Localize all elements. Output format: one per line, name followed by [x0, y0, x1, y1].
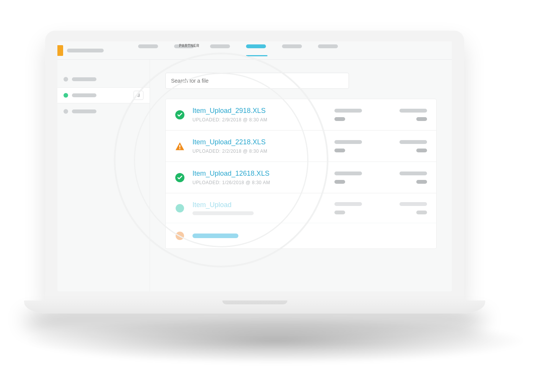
main-panel: Item_Upload_2918.XLS UPLOADED: 2/9/2018 … [150, 60, 452, 291]
tab-4-active[interactable] [246, 44, 267, 56]
file-col-b [399, 140, 427, 152]
file-meta: UPLOADED: 2/2/2018 @ 8:30 AM [192, 149, 327, 154]
sidebar-item-label [72, 109, 96, 113]
content-body: 3 [57, 60, 452, 291]
brand-area [67, 49, 117, 52]
pending-dot-icon [175, 231, 185, 241]
file-name: Item_Upload [192, 201, 327, 209]
check-circle-icon [175, 110, 185, 120]
tab-1[interactable] [138, 44, 160, 56]
file-meta: UPLOADED: 2/9/2018 @ 8:30 AM [192, 117, 327, 122]
file-row[interactable]: Item_Upload_12618.XLS UPLOADED: 1/26/201… [166, 162, 436, 193]
file-meta [192, 211, 327, 215]
file-row[interactable]: Item_Upload [166, 193, 436, 223]
file-col-b [399, 109, 427, 121]
file-row[interactable]: Item_Upload_2218.XLS UPLOADED: 2/2/2018 … [166, 131, 436, 162]
svg-rect-1 [179, 145, 181, 147]
partner-label: PARTNER [179, 44, 199, 48]
app-screen: PARTNER [57, 41, 452, 291]
sidebar-item-label [72, 77, 96, 81]
file-name: Item_Upload_2918.XLS [192, 107, 327, 115]
file-row[interactable]: Item_Upload_2918.XLS UPLOADED: 2/9/2018 … [166, 99, 436, 131]
file-list: Item_Upload_2918.XLS UPLOADED: 2/9/2018 … [165, 99, 437, 249]
tab-3[interactable] [210, 44, 231, 56]
laptop-bezel: PARTNER [45, 31, 464, 301]
file-col-a [334, 202, 392, 214]
tab-5[interactable] [282, 44, 303, 56]
file-col-a [334, 109, 392, 121]
sidebar-item-3[interactable] [57, 103, 150, 119]
file-name: Item_Upload_2218.XLS [192, 138, 327, 146]
file-name-placeholder [192, 234, 238, 238]
warning-triangle-icon [175, 141, 185, 151]
search-input[interactable] [165, 73, 349, 89]
top-nav: PARTNER [57, 41, 452, 60]
file-col-b [399, 202, 427, 214]
sidebar-item-label [72, 93, 96, 97]
sidebar-count-badge: 3 [134, 91, 143, 100]
tab-6[interactable] [318, 44, 339, 56]
status-dot-icon [64, 93, 68, 98]
file-row[interactable] [166, 223, 436, 248]
file-name: Item_Upload_12618.XLS [192, 170, 327, 178]
laptop-base [24, 301, 485, 314]
sidebar: 3 [57, 60, 150, 291]
file-col-a [334, 140, 392, 152]
accent-marker [57, 45, 63, 56]
brand-placeholder [67, 49, 104, 52]
check-circle-icon [175, 173, 185, 183]
svg-point-2 [179, 148, 181, 149]
file-meta: UPLOADED: 1/26/2018 @ 8:30 AM [192, 180, 327, 185]
sidebar-item-2-selected[interactable]: 3 [57, 87, 150, 103]
file-col-a [334, 172, 392, 184]
file-col-b [399, 172, 427, 184]
main-tabs [138, 44, 339, 56]
laptop-frame: PARTNER [45, 31, 464, 337]
status-dot-icon [64, 77, 68, 82]
status-dot-icon [64, 109, 68, 114]
processing-dot-icon [175, 203, 185, 213]
sidebar-item-1[interactable] [57, 71, 150, 87]
